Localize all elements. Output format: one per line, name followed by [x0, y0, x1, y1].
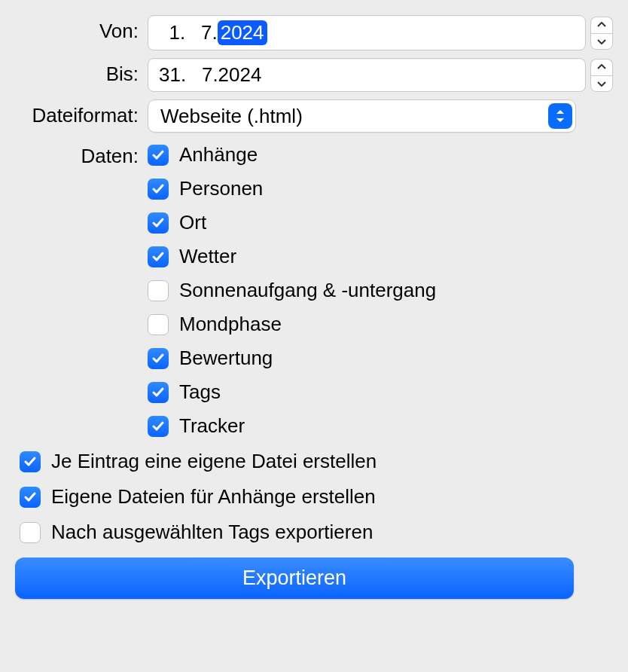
extra-option-checkbox[interactable] [20, 487, 41, 508]
bis-date-input[interactable]: 31. 7.2024 [148, 58, 586, 92]
data-option-checkbox[interactable] [148, 382, 169, 403]
data-option-row: Bewertung [148, 347, 613, 370]
extra-option-checkbox[interactable] [20, 451, 41, 472]
data-option-checkbox[interactable] [148, 145, 169, 166]
extra-option-row: Nach ausgewählten Tags exportieren [20, 521, 613, 544]
data-option-checkbox[interactable] [148, 348, 169, 369]
extra-option-row: Eigene Dateien für Anhänge erstellen [20, 485, 613, 509]
data-option-row: Tags [148, 380, 613, 404]
data-option-label: Bewertung [179, 347, 273, 370]
von-date-input[interactable]: 1. 7.2024 [148, 15, 586, 50]
data-option-label: Sonnenaufgang & -untergang [179, 279, 436, 302]
label-bis: Bis: [15, 58, 148, 86]
data-option-checkbox[interactable] [148, 212, 169, 234]
file-format-select[interactable]: Webseite (.html) [148, 99, 576, 133]
extra-options-list: Je Eintrag eine eigene Datei erstellenEi… [15, 450, 613, 544]
chevron-up-down-icon [548, 103, 572, 129]
extra-option-label: Nach ausgewählten Tags exportieren [51, 521, 373, 544]
bis-year: 2024 [218, 63, 262, 87]
extra-option-checkbox[interactable] [20, 522, 41, 543]
data-option-row: Personen [148, 177, 613, 200]
label-von: Von: [15, 15, 148, 43]
extra-option-row: Je Eintrag eine eigene Datei erstellen [20, 450, 613, 473]
data-option-row: Sonnenaufgang & -untergang [148, 279, 613, 302]
data-option-label: Mondphase [179, 313, 282, 336]
data-option-label: Personen [179, 177, 263, 200]
data-option-label: Wetter [179, 245, 236, 268]
data-option-label: Anhänge [179, 143, 258, 166]
data-option-label: Ort [179, 211, 206, 234]
bis-day: 31 [159, 63, 181, 87]
data-option-row: Tracker [148, 414, 613, 438]
von-date-stepper[interactable] [590, 15, 613, 50]
data-options-list: AnhängePersonenOrtWetterSonnenaufgang & … [148, 140, 613, 438]
stepper-up-icon[interactable] [590, 17, 613, 33]
data-option-label: Tags [179, 380, 221, 404]
label-format: Dateiformat: [15, 99, 148, 127]
von-year: 2024 [218, 20, 267, 45]
export-button[interactable]: Exportieren [15, 557, 574, 599]
label-daten: Daten: [15, 140, 148, 168]
stepper-down-icon[interactable] [590, 75, 613, 92]
extra-option-label: Je Eintrag eine eigene Datei erstellen [51, 450, 376, 473]
data-option-checkbox[interactable] [148, 246, 169, 267]
stepper-down-icon[interactable] [590, 33, 613, 50]
von-day: 1 [159, 21, 180, 44]
bis-date-stepper[interactable] [590, 58, 613, 92]
data-option-row: Mondphase [148, 313, 613, 336]
data-option-label: Tracker [179, 414, 245, 438]
data-option-checkbox[interactable] [148, 314, 169, 335]
bis-month: 7 [191, 63, 212, 87]
data-option-row: Anhänge [148, 143, 613, 166]
data-option-checkbox[interactable] [148, 179, 169, 200]
extra-option-label: Eigene Dateien für Anhänge erstellen [51, 485, 376, 509]
stepper-up-icon[interactable] [590, 59, 613, 75]
data-option-row: Ort [148, 211, 613, 234]
data-option-checkbox[interactable] [148, 416, 169, 437]
file-format-value: Webseite (.html) [160, 105, 541, 128]
data-option-checkbox[interactable] [148, 280, 169, 301]
von-month: 7 [191, 21, 212, 44]
data-option-row: Wetter [148, 245, 613, 268]
